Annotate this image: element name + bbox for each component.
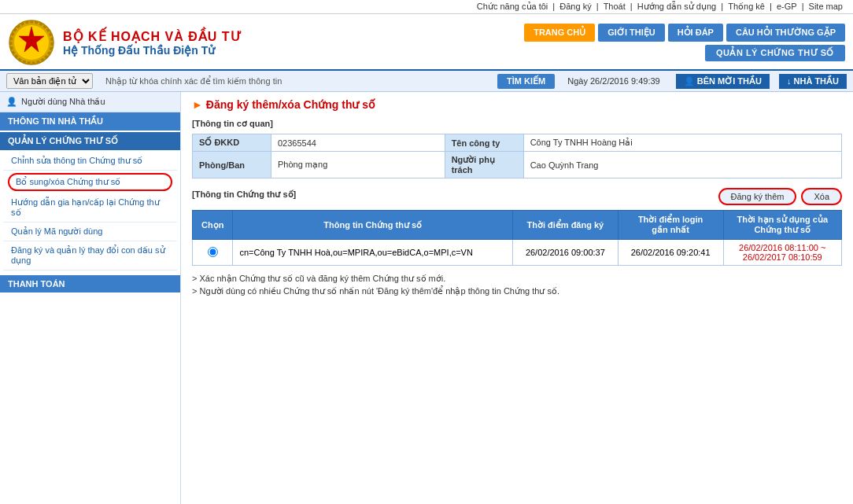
cert-section-header: [Thông tin Chứng thư số] Đăng ký thêm Xó…: [192, 188, 842, 205]
logo-area: BỘ KẾ HOẠCH VÀ ĐẦU TƯ Hệ Thống Đấu Thầu …: [8, 19, 242, 66]
search-button[interactable]: TÌM KIẾM: [497, 74, 555, 89]
top-nav-thoat[interactable]: Thoát: [604, 2, 626, 11]
org-nguoi-value: Cao Quỳnh Trang: [523, 152, 841, 178]
cell-lastlogin: 26/02/2016 09:20:41: [618, 240, 723, 266]
th-thoidiemlogin: Thời điểm logingần nhất: [618, 211, 723, 240]
th-chon: Chọn: [193, 211, 233, 240]
note-2: Người dùng có nhiều Chứng thư số nhấn nú…: [192, 286, 842, 296]
title-arrow-icon: ►: [192, 98, 203, 111]
org-info-table: SỐ ĐKKD 02365544 Tên công ty Công Ty TNH…: [192, 134, 842, 178]
ministry-name: BỘ KẾ HOẠCH VÀ ĐẦU TƯ: [63, 29, 242, 44]
sidebar-section-thongtin[interactable]: THÔNG TIN NHÀ THẦU: [0, 112, 180, 131]
notes-section: Xác nhận Chứng thư số cũ và đăng ký thêm…: [192, 274, 842, 296]
sidebar-item-quanlymanguoidung[interactable]: Quản lý Mã người dùng: [3, 223, 177, 241]
role-btn-moithau[interactable]: 👤 BÊN MỜI THẦU: [676, 74, 770, 89]
sidebar-section-quanly[interactable]: QUẢN LÝ CHỨNG THƯ SỐ: [0, 132, 180, 150]
sidebar-item-bosung[interactable]: Bổ sung/xóa Chứng thư số: [8, 173, 172, 191]
org-section-header: [Thông tin cơ quan]: [192, 119, 842, 129]
cert-table: Chọn Thông tin Chứng thư số Thời điểm đă…: [192, 210, 842, 266]
user-icon: 👤: [6, 97, 17, 107]
top-nav-egp[interactable]: e-GP: [777, 2, 797, 11]
sidebar-items-quanly: Chỉnh sửa thông tin Chứng thư số Bổ sung…: [0, 150, 180, 272]
page-title: ► Đăng ký thêm/xóa Chứng thư số: [192, 98, 842, 111]
toolbar: Văn bản điện tử Nhập từ khóa chính xác đ…: [0, 71, 853, 92]
nav-btn-trangchu[interactable]: TRANG CHỦ: [524, 24, 595, 42]
nav-quanly[interactable]: QUẢN LÝ CHỨNG THƯ SỐ: [705, 45, 845, 61]
th-thoihan: Thời hạn sử dụng củaChứng thư số: [723, 211, 842, 240]
system-name: Hệ Thống Đấu Thầu Điện Tử: [63, 44, 242, 57]
btn-register[interactable]: Đăng ký thêm: [718, 188, 797, 205]
header-nav-top: TRANG CHỦ GIỚI THIỆU HỎI ĐÁP CÂU HỎI THƯ…: [524, 24, 845, 42]
th-thoidiemdk: Thời điểm đăng ký: [512, 211, 618, 240]
cell-expiry: 26/02/2016 08:11:00 ~26/02/2017 08:10:59: [723, 240, 842, 266]
cell-regtime: 26/02/2016 09:00:37: [512, 240, 618, 266]
toolbar-date: Ngày 26/2/2016 9:49:39: [567, 76, 659, 86]
sidebar-item-chinhsua[interactable]: Chỉnh sửa thông tin Chứng thư số: [3, 152, 177, 171]
header: BỘ KẾ HOẠCH VÀ ĐẦU TƯ Hệ Thống Đấu Thầu …: [0, 14, 853, 71]
top-nav-thongke[interactable]: Thống kê: [728, 2, 765, 11]
cert-section-title: [Thông tin Chứng thư số]: [192, 189, 296, 200]
document-type-dropdown[interactable]: Văn bản điện tử: [6, 73, 93, 89]
org-sddkkd-value: 02365544: [271, 134, 445, 152]
row-radio[interactable]: [208, 247, 218, 257]
sidebar-user: 👤 Người dùng Nhà thầu: [0, 92, 180, 112]
cell-chon[interactable]: [193, 240, 233, 266]
cert-action-buttons: Đăng ký thêm Xóa: [718, 188, 842, 205]
header-title: BỘ KẾ HOẠCH VÀ ĐẦU TƯ Hệ Thống Đấu Thầu …: [63, 29, 242, 57]
nav-btn-gioithieu[interactable]: GIỚI THIỆU: [598, 24, 664, 42]
org-phong-value: Phòng mạng: [271, 152, 445, 178]
note-1: Xác nhận Chứng thư số cũ và đăng ký thêm…: [192, 274, 842, 284]
org-tencty-label: Tên công ty: [445, 134, 523, 152]
org-tencty-value: Công Ty TNHH Hoàng Hải: [523, 134, 841, 152]
emblem-icon: [8, 19, 55, 66]
nav-btn-hoidap[interactable]: HỎI ĐÁP: [668, 24, 723, 42]
main-layout: 👤 Người dùng Nhà thầu THÔNG TIN NHÀ THẦU…: [0, 92, 853, 504]
role-btn-nhathau[interactable]: ↓ NHÀ THẦU: [779, 74, 847, 89]
org-phong-label: Phòng/Ban: [193, 152, 271, 178]
btn-delete[interactable]: Xóa: [801, 188, 842, 205]
sidebar-item-dangky-quanly[interactable]: Đăng ký và quản lý thay đổi con dấu sử d…: [3, 241, 177, 270]
sidebar-item-huongdan[interactable]: Hướng dẫn gia hạn/cấp lại Chứng thư số: [3, 193, 177, 223]
top-nav-chucnang[interactable]: Chức năng của tôi: [477, 2, 548, 11]
top-nav-huongdan[interactable]: Hướng dẫn sử dụng: [637, 2, 716, 11]
user-label: Người dùng Nhà thầu: [21, 97, 105, 107]
cell-certinfo: cn=Công Ty TNHH Hoà,ou=MPIRA,ou=eBidCA,o…: [233, 240, 513, 266]
org-nguoi-label: Người phụ trách: [445, 152, 523, 178]
top-nav: Chức năng của tôi | Đăng ký | Thoát | Hư…: [0, 0, 853, 14]
content-area: ► Đăng ký thêm/xóa Chứng thư số [Thông t…: [181, 92, 853, 504]
table-row: cn=Công Ty TNHH Hoà,ou=MPIRA,ou=eBidCA,o…: [193, 240, 842, 266]
nav-btn-cauhoi[interactable]: CÂU HỎI THƯỜNG GẶP: [726, 24, 845, 42]
top-nav-dangky[interactable]: Đăng ký: [559, 2, 591, 11]
header-nav: TRANG CHỦ GIỚI THIỆU HỎI ĐÁP CÂU HỎI THƯ…: [524, 24, 845, 61]
sidebar-section-thanhtoan[interactable]: THANH TOÁN: [0, 275, 180, 292]
org-sddkkd-label: SỐ ĐKKD: [193, 134, 271, 152]
top-nav-sitemap[interactable]: Site map: [809, 2, 843, 11]
th-thongtin: Thông tin Chứng thư số: [233, 211, 513, 240]
search-hint: Nhập từ khóa chính xác để tìm kiếm thông…: [105, 76, 491, 86]
sidebar: 👤 Người dùng Nhà thầu THÔNG TIN NHÀ THẦU…: [0, 92, 181, 504]
